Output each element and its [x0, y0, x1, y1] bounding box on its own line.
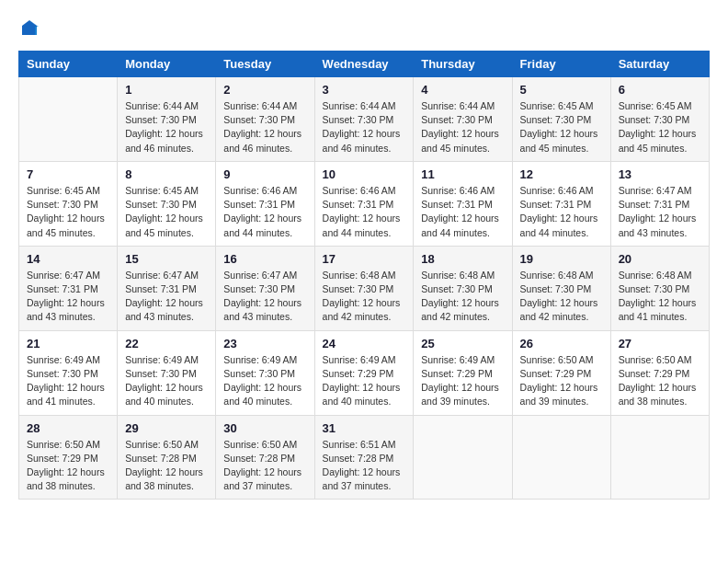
calendar-header-row: SundayMondayTuesdayWednesdayThursdayFrid… — [19, 52, 710, 77]
day-number: 23 — [223, 337, 306, 350]
day-number: 1 — [125, 83, 208, 97]
calendar-day-cell: 25Sunrise: 6:49 AM Sunset: 7:29 PM Dayli… — [414, 330, 512, 415]
calendar-day-header: Thursday — [414, 52, 512, 77]
calendar-day-cell: 6Sunrise: 6:45 AM Sunset: 7:30 PM Daylig… — [610, 77, 709, 162]
calendar-day-cell: 19Sunrise: 6:48 AM Sunset: 7:30 PM Dayli… — [512, 246, 610, 330]
day-number: 14 — [27, 252, 109, 266]
calendar-day-cell — [414, 415, 512, 500]
logo — [18, 18, 39, 41]
calendar-day-cell: 12Sunrise: 6:46 AM Sunset: 7:31 PM Dayli… — [512, 161, 610, 246]
calendar-day-cell: 23Sunrise: 6:49 AM Sunset: 7:30 PM Dayli… — [216, 330, 314, 415]
calendar-day-cell: 21Sunrise: 6:49 AM Sunset: 7:30 PM Dayli… — [19, 330, 118, 415]
day-number: 30 — [223, 421, 306, 435]
day-info: Sunrise: 6:47 AM Sunset: 7:31 PM Dayligh… — [27, 269, 109, 325]
day-info: Sunrise: 6:49 AM Sunset: 7:30 PM Dayligh… — [125, 353, 208, 409]
calendar-day-cell: 14Sunrise: 6:47 AM Sunset: 7:31 PM Dayli… — [19, 246, 118, 330]
calendar-day-cell: 15Sunrise: 6:47 AM Sunset: 7:31 PM Dayli… — [118, 246, 216, 330]
calendar-day-cell: 24Sunrise: 6:49 AM Sunset: 7:29 PM Dayli… — [314, 330, 414, 415]
day-number: 4 — [421, 83, 504, 97]
day-info: Sunrise: 6:47 AM Sunset: 7:31 PM Dayligh… — [619, 184, 701, 240]
calendar-day-cell: 28Sunrise: 6:50 AM Sunset: 7:29 PM Dayli… — [19, 415, 118, 500]
day-number: 11 — [421, 167, 504, 181]
day-number: 31 — [323, 421, 406, 435]
day-info: Sunrise: 6:50 AM Sunset: 7:28 PM Dayligh… — [223, 438, 306, 494]
day-number: 5 — [520, 83, 603, 97]
calendar-day-cell — [19, 77, 118, 162]
day-number: 7 — [27, 167, 109, 181]
day-info: Sunrise: 6:45 AM Sunset: 7:30 PM Dayligh… — [520, 99, 603, 155]
day-number: 28 — [27, 421, 109, 435]
calendar-day-cell: 27Sunrise: 6:50 AM Sunset: 7:29 PM Dayli… — [610, 330, 709, 415]
day-number: 21 — [27, 337, 109, 350]
day-info: Sunrise: 6:49 AM Sunset: 7:30 PM Dayligh… — [223, 353, 306, 409]
calendar-day-cell: 30Sunrise: 6:50 AM Sunset: 7:28 PM Dayli… — [216, 415, 314, 500]
calendar-day-header: Wednesday — [314, 52, 414, 77]
calendar-week-row: 21Sunrise: 6:49 AM Sunset: 7:30 PM Dayli… — [19, 330, 710, 415]
day-number: 12 — [520, 167, 603, 181]
day-info: Sunrise: 6:49 AM Sunset: 7:30 PM Dayligh… — [27, 353, 109, 409]
calendar-day-cell: 10Sunrise: 6:46 AM Sunset: 7:31 PM Dayli… — [314, 161, 414, 246]
day-info: Sunrise: 6:51 AM Sunset: 7:28 PM Dayligh… — [323, 438, 406, 494]
day-info: Sunrise: 6:44 AM Sunset: 7:30 PM Dayligh… — [223, 99, 306, 155]
calendar-day-header: Monday — [118, 52, 216, 77]
calendar-day-cell: 1Sunrise: 6:44 AM Sunset: 7:30 PM Daylig… — [118, 77, 216, 162]
calendar-day-cell: 31Sunrise: 6:51 AM Sunset: 7:28 PM Dayli… — [314, 415, 414, 500]
calendar-day-cell: 17Sunrise: 6:48 AM Sunset: 7:30 PM Dayli… — [314, 246, 414, 330]
calendar-day-cell — [512, 415, 610, 500]
calendar-week-row: 1Sunrise: 6:44 AM Sunset: 7:30 PM Daylig… — [19, 77, 710, 162]
calendar-week-row: 14Sunrise: 6:47 AM Sunset: 7:31 PM Dayli… — [19, 246, 710, 330]
day-info: Sunrise: 6:46 AM Sunset: 7:31 PM Dayligh… — [421, 184, 504, 240]
day-number: 8 — [125, 167, 208, 181]
day-number: 26 — [520, 337, 603, 350]
calendar-day-header: Friday — [512, 52, 610, 77]
day-info: Sunrise: 6:46 AM Sunset: 7:31 PM Dayligh… — [223, 184, 306, 240]
calendar-day-cell: 8Sunrise: 6:45 AM Sunset: 7:30 PM Daylig… — [118, 161, 216, 246]
day-number: 10 — [323, 167, 406, 181]
day-info: Sunrise: 6:45 AM Sunset: 7:30 PM Dayligh… — [619, 99, 701, 155]
day-number: 18 — [421, 252, 504, 266]
calendar-table: SundayMondayTuesdayWednesdayThursdayFrid… — [18, 51, 710, 500]
day-number: 2 — [223, 83, 306, 97]
calendar-day-cell: 18Sunrise: 6:48 AM Sunset: 7:30 PM Dayli… — [414, 246, 512, 330]
day-info: Sunrise: 6:44 AM Sunset: 7:30 PM Dayligh… — [125, 99, 208, 155]
day-info: Sunrise: 6:48 AM Sunset: 7:30 PM Dayligh… — [619, 269, 701, 325]
calendar-day-cell: 2Sunrise: 6:44 AM Sunset: 7:30 PM Daylig… — [216, 77, 314, 162]
calendar-day-cell: 16Sunrise: 6:47 AM Sunset: 7:30 PM Dayli… — [216, 246, 314, 330]
day-info: Sunrise: 6:50 AM Sunset: 7:28 PM Dayligh… — [125, 438, 208, 494]
day-number: 27 — [619, 337, 701, 350]
day-number: 20 — [619, 252, 701, 266]
calendar-day-cell: 7Sunrise: 6:45 AM Sunset: 7:30 PM Daylig… — [19, 161, 118, 246]
day-info: Sunrise: 6:44 AM Sunset: 7:30 PM Dayligh… — [421, 99, 504, 155]
calendar-day-cell: 3Sunrise: 6:44 AM Sunset: 7:30 PM Daylig… — [314, 77, 414, 162]
logo-icon — [20, 18, 39, 37]
day-number: 6 — [619, 83, 701, 97]
day-info: Sunrise: 6:50 AM Sunset: 7:29 PM Dayligh… — [27, 438, 109, 494]
day-number: 16 — [223, 252, 306, 266]
calendar-day-cell: 29Sunrise: 6:50 AM Sunset: 7:28 PM Dayli… — [118, 415, 216, 500]
day-info: Sunrise: 6:45 AM Sunset: 7:30 PM Dayligh… — [125, 184, 208, 240]
day-number: 9 — [223, 167, 306, 181]
day-number: 24 — [323, 337, 406, 350]
day-number: 15 — [125, 252, 208, 266]
day-info: Sunrise: 6:50 AM Sunset: 7:29 PM Dayligh… — [619, 353, 701, 409]
day-info: Sunrise: 6:48 AM Sunset: 7:30 PM Dayligh… — [520, 269, 603, 325]
day-number: 19 — [520, 252, 603, 266]
calendar-day-cell: 4Sunrise: 6:44 AM Sunset: 7:30 PM Daylig… — [414, 77, 512, 162]
calendar-day-cell: 26Sunrise: 6:50 AM Sunset: 7:29 PM Dayli… — [512, 330, 610, 415]
calendar-day-cell: 13Sunrise: 6:47 AM Sunset: 7:31 PM Dayli… — [610, 161, 709, 246]
day-info: Sunrise: 6:50 AM Sunset: 7:29 PM Dayligh… — [520, 353, 603, 409]
day-info: Sunrise: 6:46 AM Sunset: 7:31 PM Dayligh… — [520, 184, 603, 240]
calendar-day-cell: 11Sunrise: 6:46 AM Sunset: 7:31 PM Dayli… — [414, 161, 512, 246]
day-number: 22 — [125, 337, 208, 350]
day-info: Sunrise: 6:48 AM Sunset: 7:30 PM Dayligh… — [421, 269, 504, 325]
day-number: 13 — [619, 167, 701, 181]
calendar-day-header: Sunday — [19, 52, 118, 77]
calendar-day-cell: 5Sunrise: 6:45 AM Sunset: 7:30 PM Daylig… — [512, 77, 610, 162]
day-info: Sunrise: 6:45 AM Sunset: 7:30 PM Dayligh… — [27, 184, 109, 240]
day-number: 29 — [125, 421, 208, 435]
day-info: Sunrise: 6:49 AM Sunset: 7:29 PM Dayligh… — [421, 353, 504, 409]
day-info: Sunrise: 6:48 AM Sunset: 7:30 PM Dayligh… — [323, 269, 406, 325]
svg-marker-0 — [22, 20, 37, 35]
page-header — [18, 18, 710, 41]
day-info: Sunrise: 6:44 AM Sunset: 7:30 PM Dayligh… — [323, 99, 406, 155]
